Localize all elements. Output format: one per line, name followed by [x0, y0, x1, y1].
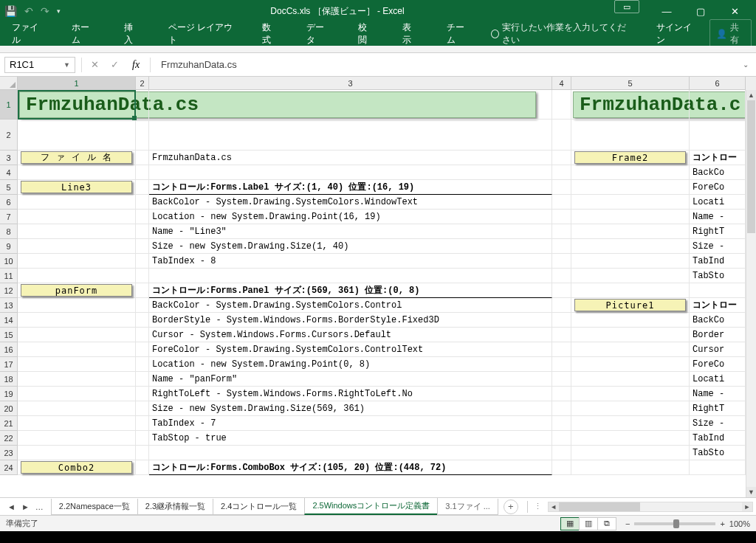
cell[interactable]: BackCo: [690, 313, 746, 328]
row-header[interactable]: 22: [0, 431, 18, 446]
col-header[interactable]: 6: [690, 77, 746, 90]
row-header[interactable]: 6: [0, 195, 18, 210]
row-header[interactable]: 24: [0, 460, 18, 475]
cell[interactable]: Size - new System.Drawing.Size(1, 40): [149, 239, 552, 254]
col-header[interactable]: 4: [552, 77, 571, 90]
cell[interactable]: TabInd: [690, 254, 746, 269]
cell[interactable]: RightT: [690, 401, 746, 416]
cell[interactable]: RightT: [690, 224, 746, 239]
scroll-left-icon[interactable]: ◄: [549, 502, 559, 511]
fx-icon[interactable]: fx: [128, 59, 144, 71]
row-header[interactable]: 8: [0, 224, 18, 239]
cell[interactable]: コントロール:Forms.Panel サイズ:(569, 361) 位置:(0,…: [149, 283, 552, 298]
tell-me[interactable]: 実行したい作業を入力してください: [491, 21, 630, 46]
tab-team[interactable]: チーム: [439, 18, 478, 49]
cell[interactable]: Name - "Line3": [149, 224, 552, 239]
zoom-level[interactable]: 100%: [729, 519, 750, 528]
cell[interactable]: RightToLeft - System.Windows.Forms.Right…: [149, 387, 552, 401]
view-pagebreak-icon[interactable]: ⧉: [597, 517, 616, 530]
scroll-right-icon[interactable]: ►: [742, 502, 752, 511]
cell[interactable]: Size -: [690, 239, 746, 254]
cell[interactable]: ForeCo: [690, 180, 746, 195]
col-header[interactable]: 3: [149, 77, 552, 90]
cell[interactable]: BorderStyle - System.Windows.Forms.Borde…: [149, 313, 552, 328]
cancel-icon[interactable]: ✕: [88, 59, 102, 70]
row-header[interactable]: 23: [0, 446, 18, 460]
cell[interactable]: Size -: [690, 416, 746, 431]
cell[interactable]: ForeColor - System.Drawing.SystemColors.…: [149, 342, 552, 357]
cell[interactable]: FrmzuhanData.cs: [149, 151, 552, 165]
row-header[interactable]: 21: [0, 416, 18, 431]
cell[interactable]: Name - "panForm": [149, 372, 552, 387]
share-button[interactable]: 👤 共有: [709, 19, 752, 49]
row-header[interactable]: 4: [0, 165, 18, 180]
tab-file[interactable]: ファイル: [4, 18, 51, 49]
tab-pagelayout[interactable]: ページ レイアウト: [161, 18, 242, 49]
row-header[interactable]: 10: [0, 254, 18, 269]
minimize-button[interactable]: —: [650, 0, 684, 22]
worksheet-grid[interactable]: 1 2 3 4 5 6 1 2 3 4 5 6 7 8 9 10 11 12 1…: [0, 77, 756, 497]
cell[interactable]: Location - new System.Drawing.Point(16, …: [149, 210, 552, 224]
expand-formula-icon[interactable]: ⌄: [740, 60, 752, 69]
row-header[interactable]: 13: [0, 298, 18, 313]
scroll-down-icon[interactable]: ▼: [746, 487, 756, 497]
row-header[interactable]: 1: [0, 90, 18, 120]
cell[interactable]: Size - new System.Drawing.Size(569, 361): [149, 401, 552, 416]
signin-link[interactable]: サインイン: [656, 21, 696, 46]
sheet-nav-first-icon[interactable]: ◄: [6, 502, 17, 511]
sheet-tab[interactable]: 2.4コントロール一覧: [213, 499, 305, 515]
select-all-corner[interactable]: [0, 77, 18, 90]
save-icon[interactable]: 💾: [4, 5, 17, 17]
cell[interactable]: TabSto: [690, 269, 746, 283]
chevron-down-icon[interactable]: ▼: [63, 61, 70, 69]
tab-insert[interactable]: 挿入: [117, 18, 148, 49]
col-header[interactable]: 1: [18, 77, 136, 90]
row-header[interactable]: 15: [0, 328, 18, 342]
row-header[interactable]: 14: [0, 313, 18, 328]
cell[interactable]: Cursor - System.Windows.Forms.Cursors.De…: [149, 328, 552, 342]
ribbon-display-options-icon[interactable]: ▭: [614, 0, 639, 13]
cell[interactable]: Name -: [690, 387, 746, 401]
sheet-tab[interactable]: 2.3継承情報一覧: [137, 499, 213, 515]
cell[interactable]: BackColor - System.Drawing.SystemColors.…: [149, 298, 552, 313]
tab-home[interactable]: ホーム: [64, 18, 103, 49]
zoom-in-button[interactable]: +: [720, 519, 724, 528]
tab-data[interactable]: データ: [299, 18, 338, 49]
formula-input[interactable]: FrmzuhanData.cs: [157, 59, 734, 70]
sheet-tab-active[interactable]: 2.5Windowsコントロール定義書: [304, 498, 438, 515]
tab-review[interactable]: 校閲: [351, 18, 382, 49]
cell[interactable]: BackCo: [690, 165, 746, 180]
undo-icon[interactable]: ↶: [24, 5, 33, 17]
tab-view[interactable]: 表示: [395, 18, 426, 49]
tab-formulas[interactable]: 数式: [255, 18, 286, 49]
cell[interactable]: コントロール:Forms.Label サイズ:(1, 40) 位置:(16, 1…: [149, 180, 552, 195]
sheet-nav-last-icon[interactable]: ►: [20, 502, 31, 511]
cell[interactable]: ForeCo: [690, 357, 746, 372]
scroll-thumb[interactable]: [747, 100, 755, 233]
scroll-thumb[interactable]: [559, 502, 640, 511]
cell[interactable]: TabInd: [690, 431, 746, 446]
name-box[interactable]: R1C1 ▼: [4, 57, 75, 73]
cell[interactable]: BackColor - System.Drawing.SystemColors.…: [149, 195, 552, 210]
row-header[interactable]: 20: [0, 401, 18, 416]
vertical-scrollbar[interactable]: ▲ ▼: [746, 90, 756, 497]
row-header[interactable]: 7: [0, 210, 18, 224]
row-header[interactable]: 18: [0, 372, 18, 387]
sheet-tab[interactable]: 3.1ファイ ...: [437, 499, 498, 515]
view-normal-icon[interactable]: ▦: [560, 517, 580, 530]
qat-customize-icon[interactable]: ▾: [57, 7, 61, 15]
cell[interactable]: Locati: [690, 372, 746, 387]
row-header[interactable]: 11: [0, 269, 18, 283]
enter-icon[interactable]: ✓: [108, 59, 122, 70]
cell[interactable]: TabSto: [690, 446, 746, 460]
row-header[interactable]: 9: [0, 239, 18, 254]
row-header[interactable]: 17: [0, 357, 18, 372]
cell[interactable]: TabStop - true: [149, 431, 552, 446]
cell[interactable]: コントロー: [690, 151, 746, 165]
cell[interactable]: Border: [690, 328, 746, 342]
col-header[interactable]: 5: [571, 77, 690, 90]
scroll-up-icon[interactable]: ▲: [746, 90, 756, 100]
sheet-nav-more[interactable]: …: [34, 502, 45, 511]
view-pagelayout-icon[interactable]: ▥: [579, 517, 598, 530]
new-sheet-button[interactable]: +: [504, 499, 518, 514]
